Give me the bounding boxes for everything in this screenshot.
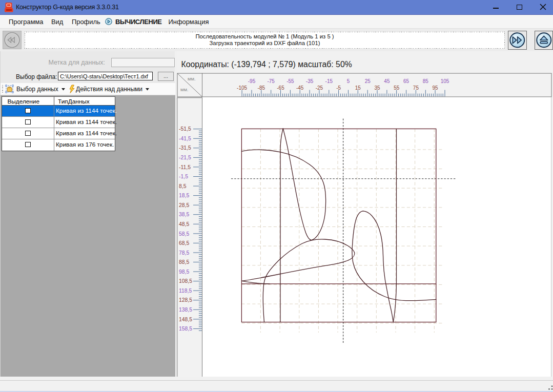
svg-text:-35: -35: [306, 78, 314, 84]
svg-text:-11,5: -11,5: [179, 164, 191, 170]
svg-text:88,5: 88,5: [179, 259, 189, 265]
svg-text:-15: -15: [325, 78, 333, 84]
svg-text:108,5: 108,5: [179, 278, 192, 284]
svg-text:-85: -85: [258, 85, 265, 91]
svg-text:-65: -65: [277, 85, 284, 91]
svg-text:58,5: 58,5: [179, 231, 189, 237]
svg-text:138,5: 138,5: [179, 307, 192, 313]
svg-text:18,5: 18,5: [179, 193, 189, 198]
svg-text:Координаты: (-139,794 ; 7,579): Координаты: (-139,794 ; 7,579) масштаб: …: [181, 60, 352, 69]
svg-text:128,5: 128,5: [179, 297, 192, 303]
svg-text:98,5: 98,5: [179, 269, 189, 275]
svg-text:78,5: 78,5: [179, 250, 189, 256]
svg-text:-55: -55: [286, 78, 294, 84]
svg-text:35: 35: [374, 85, 380, 91]
svg-text:38,5: 38,5: [179, 212, 189, 217]
svg-text:5: 5: [347, 78, 350, 84]
svg-text:75: 75: [413, 85, 419, 91]
svg-text:мм.: мм.: [188, 76, 196, 81]
svg-text:-105: -105: [237, 85, 247, 91]
svg-text:48,5: 48,5: [179, 221, 189, 227]
svg-text:68,5: 68,5: [179, 240, 189, 246]
svg-text:-21,5: -21,5: [179, 155, 191, 160]
svg-text:-5: -5: [336, 85, 341, 91]
svg-text:158,5: 158,5: [179, 326, 192, 332]
svg-text:25: 25: [365, 78, 371, 84]
svg-text:-45: -45: [296, 85, 304, 91]
svg-text:-95: -95: [248, 78, 256, 84]
svg-text:65: 65: [403, 78, 409, 84]
svg-text:-1,5: -1,5: [179, 174, 188, 179]
svg-text:8,5: 8,5: [179, 183, 187, 189]
svg-text:мм.: мм.: [180, 87, 189, 92]
svg-text:-75: -75: [267, 78, 275, 84]
svg-text:-25: -25: [316, 85, 323, 91]
svg-text:-31,5: -31,5: [179, 145, 191, 151]
svg-text:118,5: 118,5: [179, 288, 192, 294]
svg-text:95: 95: [433, 85, 439, 91]
svg-text:-51,5: -51,5: [179, 126, 191, 132]
svg-text:28,5: 28,5: [179, 202, 189, 208]
svg-text:85: 85: [423, 78, 429, 84]
svg-text:55: 55: [394, 85, 400, 91]
svg-text:15: 15: [355, 85, 361, 91]
svg-text:-41,5: -41,5: [179, 136, 191, 141]
svg-text:105: 105: [441, 78, 449, 84]
svg-text:45: 45: [384, 78, 390, 84]
svg-text:148,5: 148,5: [179, 317, 192, 322]
